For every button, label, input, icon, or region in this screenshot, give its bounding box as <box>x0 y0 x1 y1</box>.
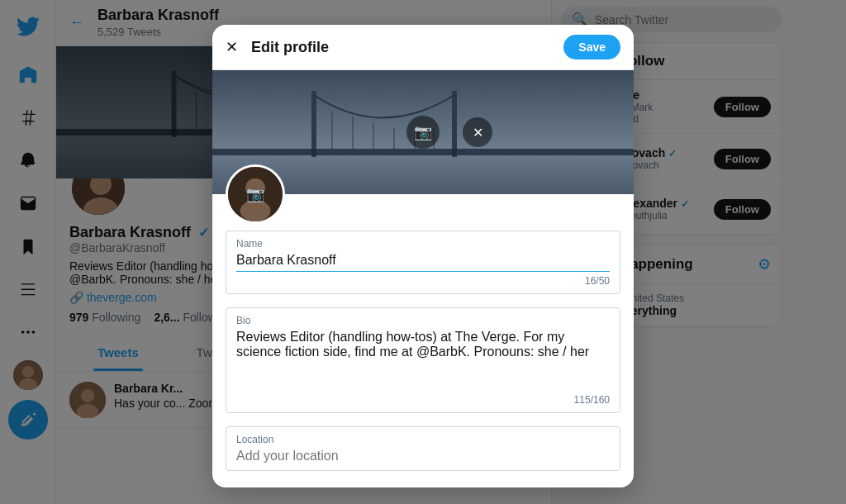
svg-rect-36 <box>212 149 634 155</box>
bio-char-count: 115/160 <box>236 394 610 406</box>
edit-profile-modal: ✕ Edit profile Save <box>212 25 634 487</box>
location-field: Location <box>226 426 620 471</box>
name-label: Name <box>236 238 610 250</box>
modal-avatar: 📷 <box>226 164 285 224</box>
avatar-edit-button[interactable]: 📷 <box>228 167 283 221</box>
name-char-count: 16/50 <box>236 275 610 287</box>
modal-title: Edit profile <box>251 39 563 56</box>
svg-rect-34 <box>311 91 316 157</box>
name-field: Name 16/50 <box>226 231 620 294</box>
cover-edit-button[interactable]: 📷 <box>406 116 440 149</box>
bio-field: Bio Reviews Editor (handling how-tos) at… <box>226 307 620 413</box>
cover-remove-button[interactable]: ✕ <box>463 117 492 147</box>
modal-overlay[interactable]: ✕ Edit profile Save <box>0 0 846 504</box>
name-divider <box>236 271 610 272</box>
svg-rect-35 <box>452 91 457 157</box>
bio-label: Bio <box>236 315 610 326</box>
location-label: Location <box>236 434 610 445</box>
modal-form: Name 16/50 Bio Reviews Editor (handling … <box>212 231 634 487</box>
name-input[interactable] <box>236 253 610 268</box>
modal-header: ✕ Edit profile Save <box>212 25 634 70</box>
modal-body: 📷 ✕ 📷 Name <box>212 70 634 487</box>
bio-input[interactable]: Reviews Editor (handling how-tos) at The… <box>236 330 610 388</box>
modal-close-button[interactable]: ✕ <box>226 38 238 56</box>
location-input[interactable] <box>236 449 610 464</box>
modal-save-button[interactable]: Save <box>563 35 620 59</box>
modal-avatar-section: 📷 <box>212 164 634 224</box>
